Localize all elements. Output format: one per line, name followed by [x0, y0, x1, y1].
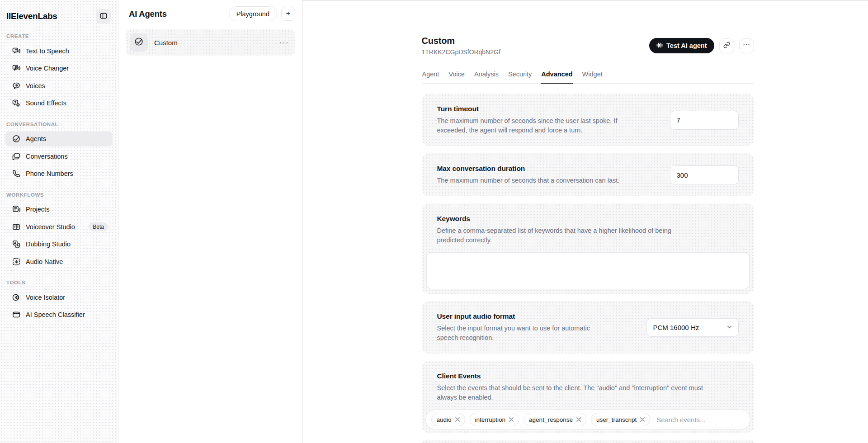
sidebar-item-dubbing-studio[interactable]: Dubbing Studio	[5, 237, 113, 252]
ai-speech-classifier-icon	[12, 311, 20, 319]
section-label-workflows: WORKFLOWS	[5, 192, 113, 198]
tag-label: user_transcript	[596, 416, 637, 423]
phone-icon	[12, 170, 20, 178]
sidebar-item-label: Conversations	[26, 153, 68, 160]
ellipsis-icon: ···	[743, 41, 750, 51]
sidebar-item-conversations[interactable]: Conversations	[5, 149, 113, 164]
remove-tag-icon[interactable]	[576, 416, 581, 423]
sidebar-item-label: Agents	[26, 135, 46, 142]
page-title: Custom	[422, 35, 500, 46]
main-content: Custom 1TRKK2CGpDSfORqbN2Gf Test AI agen…	[303, 0, 868, 443]
card-user-input-audio-format: User input audio format Select the input…	[422, 301, 754, 353]
sidebar-item-voices[interactable]: Voices	[5, 78, 113, 93]
remove-tag-icon[interactable]	[509, 416, 514, 423]
playground-button[interactable]: Playground	[229, 6, 277, 21]
client-events-tag-input[interactable]: audio interruption agent_response u	[425, 410, 750, 429]
sidebar-item-label: Phone Numbers	[26, 170, 73, 177]
event-tag: user_transcript	[591, 413, 650, 426]
card-title: Max conversation duration	[437, 165, 620, 173]
copy-link-button[interactable]	[719, 38, 734, 53]
sidebar-item-sound-effects[interactable]: Sound Effects	[5, 96, 113, 111]
voices-icon	[12, 82, 20, 90]
section-label-conversational: CONVERSATIONAL	[5, 122, 113, 127]
search-events-placeholder: Search events...	[656, 416, 705, 424]
sidebar-item-phone-numbers[interactable]: Phone Numbers	[5, 166, 113, 181]
voice-changer-icon	[12, 64, 20, 72]
sidebar-item-ai-speech-classifier[interactable]: AI Speech Classifier	[5, 307, 113, 322]
voice-isolator-icon	[12, 293, 20, 302]
sidebar-item-label: Voice Isolator	[26, 294, 65, 301]
sidebar-item-text-to-speech[interactable]: Text to Speech	[5, 43, 113, 58]
sidebar-item-projects[interactable]: Projects	[5, 202, 113, 217]
agent-id: 1TRKK2CGpDSfORqbN2Gf	[422, 48, 500, 56]
link-icon	[723, 42, 730, 50]
sidebar-collapse-button[interactable]	[96, 9, 111, 24]
tab-widget[interactable]: Widget	[582, 68, 603, 83]
sidebar-item-voiceover-studio[interactable]: Voiceover Studio Beta	[5, 219, 113, 234]
agent-list-item[interactable]: Custom ···	[126, 29, 295, 56]
tag-label: agent_response	[529, 416, 573, 423]
card-partial-next	[422, 440, 754, 443]
agent-check-icon	[134, 37, 143, 48]
sidebar-item-label: Voice Changer	[26, 65, 69, 72]
sidebar-item-audio-native[interactable]: Audio Native	[5, 254, 113, 269]
sidebar-item-label: Dubbing Studio	[26, 240, 71, 248]
tab-security[interactable]: Security	[508, 68, 532, 83]
tab-agent[interactable]: Agent	[422, 68, 440, 83]
sidebar-item-label: AI Speech Classifier	[26, 311, 85, 318]
section-label-tools: TOOLS	[5, 280, 113, 285]
test-button-label: Test AI agent	[666, 42, 707, 49]
app-window: IIElevenLabs CREATE Text to Speech Voice…	[0, 0, 868, 443]
elevenlabs-logo: IIElevenLabs	[6, 11, 57, 21]
agents-icon	[12, 135, 20, 143]
panel-title: AI Agents	[129, 9, 167, 19]
card-description: Define a comma-separated list of keyword…	[437, 226, 681, 245]
panel-toggle-icon	[100, 12, 107, 21]
header-more-button[interactable]: ···	[739, 38, 754, 53]
projects-icon	[12, 205, 20, 213]
sidebar-item-label: Voiceover Studio	[26, 223, 75, 231]
voiceover-studio-icon	[12, 223, 20, 231]
text-to-speech-icon	[12, 47, 20, 55]
tab-analysis[interactable]: Analysis	[474, 68, 499, 83]
card-title: Client Events	[437, 372, 739, 380]
sidebar-item-voice-changer[interactable]: Voice Changer	[5, 61, 113, 76]
tab-advanced[interactable]: Advanced	[541, 68, 573, 83]
test-ai-agent-button[interactable]: Test AI agent	[649, 38, 714, 53]
sidebar: IIElevenLabs CREATE Text to Speech Voice…	[0, 0, 118, 443]
sidebar-item-label: Sound Effects	[26, 99, 66, 107]
event-tag: agent_response	[524, 413, 586, 426]
remove-tag-icon[interactable]	[640, 416, 645, 423]
card-max-conversation-duration: Max conversation duration The maximum nu…	[422, 153, 754, 196]
card-title: User input audio format	[437, 312, 596, 320]
max-duration-input[interactable]	[670, 165, 739, 184]
agent-name: Custom	[154, 39, 178, 47]
keywords-textarea[interactable]	[426, 252, 750, 289]
dubbing-studio-icon	[12, 240, 20, 248]
agent-item-more-button[interactable]: ···	[279, 38, 289, 47]
card-turn-timeout: Turn timeout The maximum number of secon…	[422, 94, 754, 146]
card-keywords: Keywords Define a comma-separated list o…	[422, 203, 754, 294]
add-agent-button[interactable]: +	[281, 7, 295, 21]
sidebar-item-agents[interactable]: Agents	[5, 132, 113, 146]
card-description: The maximum number of seconds that a con…	[437, 176, 620, 185]
audio-format-selected-value: PCM 16000 Hz	[653, 324, 699, 331]
chevron-down-icon	[726, 324, 732, 331]
waveform-icon	[656, 42, 663, 50]
turn-timeout-input[interactable]	[670, 111, 739, 130]
settings-tabs: Agent Voice Analysis Security Advanced W…	[422, 68, 754, 84]
card-description: Select the events that should be sent to…	[437, 383, 721, 402]
audio-native-icon	[12, 258, 20, 266]
sidebar-item-label: Text to Speech	[26, 47, 69, 55]
agent-avatar-tile	[130, 33, 148, 52]
audio-format-select[interactable]: PCM 16000 Hz	[646, 318, 739, 337]
beta-badge: Beta	[89, 222, 108, 231]
card-description: The maximum number of seconds since the …	[437, 116, 632, 135]
tag-label: interruption	[475, 416, 506, 423]
sidebar-item-voice-isolator[interactable]: Voice Isolator	[5, 290, 113, 305]
event-tag: audio	[431, 413, 465, 426]
remove-tag-icon[interactable]	[455, 416, 460, 423]
section-label-create: CREATE	[5, 33, 113, 39]
tab-voice[interactable]: Voice	[448, 68, 465, 83]
card-title: Keywords	[437, 215, 739, 223]
